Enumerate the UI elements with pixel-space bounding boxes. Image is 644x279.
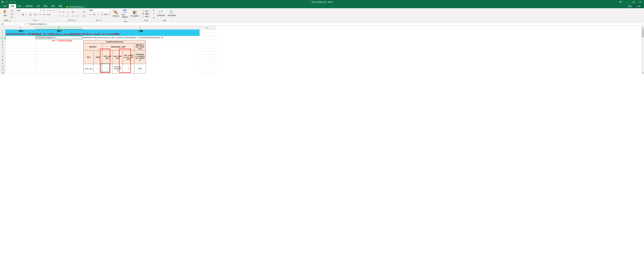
tab-review[interactable]: 审阅 — [49, 4, 57, 8]
orientation-button[interactable]: ab▾ — [71, 10, 74, 14]
cell-D12[interactable] — [198, 63, 216, 66]
paste-button[interactable]: 粘贴 ▼ — [1, 10, 9, 18]
comma-button[interactable]: , — [96, 13, 100, 16]
expand-formula-bar-icon[interactable]: ⌄ — [641, 23, 643, 25]
scroll-thumb[interactable] — [642, 29, 644, 37]
scroll-up-icon[interactable]: ▲ — [642, 26, 644, 28]
scroll-down-icon[interactable]: ▼ — [642, 72, 644, 74]
login-link[interactable]: 登录 — [628, 5, 632, 8]
cell-B10[interactable] — [36, 57, 83, 60]
cell-A8[interactable] — [6, 51, 37, 54]
cell-B14[interactable] — [36, 69, 83, 72]
find-select-button[interactable]: 查找和选择▼ — [167, 10, 176, 18]
row-header-7[interactable]: 7 — [0, 49, 5, 52]
cell-A6[interactable] — [6, 45, 37, 48]
cell-D14[interactable] — [198, 69, 216, 72]
share-button[interactable]: 👤共享 — [633, 5, 642, 8]
fill-button[interactable]: ▾ — [152, 12, 155, 16]
cell-D9[interactable] — [198, 54, 216, 57]
decrease-indent-button[interactable] — [71, 14, 74, 18]
font-name-input[interactable] — [16, 9, 40, 12]
cell-D6[interactable] — [198, 45, 216, 48]
row-header-8[interactable]: 8 — [0, 52, 5, 55]
redo-icon[interactable] — [10, 0, 13, 4]
row-header-10[interactable]: 10 — [0, 58, 5, 62]
maximize-icon[interactable] — [630, 0, 636, 4]
row-header-9[interactable]: 9 — [0, 55, 5, 58]
accounting-format-button[interactable]: $▾ — [89, 13, 92, 16]
cell-A1[interactable]: 描述 — [6, 30, 37, 33]
cell-D11[interactable] — [198, 60, 216, 63]
cell-B9[interactable] — [36, 54, 83, 57]
formula-bar[interactable]: PublisherConfig!AH4_1 ⌄ — [28, 22, 644, 26]
ribbon-display-icon[interactable] — [618, 0, 624, 4]
align-middle-button[interactable] — [62, 10, 66, 14]
row-header-12[interactable]: 12 — [0, 65, 5, 68]
row-header-6[interactable]: 6 — [0, 46, 5, 49]
percent-button[interactable]: % — [93, 13, 96, 16]
cut-button[interactable] — [10, 9, 14, 12]
cell-B8[interactable] — [36, 51, 83, 54]
number-launcher[interactable]: ⬊ — [100, 20, 102, 21]
save-icon[interactable] — [1, 0, 4, 4]
increase-font-button[interactable]: A▴ — [48, 9, 52, 12]
fx-icon[interactable]: fx — [24, 23, 26, 25]
cell-B7[interactable] — [36, 48, 83, 51]
cell-D2[interactable] — [198, 32, 216, 36]
tell-me[interactable]: 💡 告诉我您想要做什么... — [64, 6, 86, 8]
delete-cells-button[interactable]: 删除▾ — [142, 13, 150, 15]
borders-button[interactable]: ▾ — [34, 13, 37, 16]
cell-B5[interactable] — [36, 42, 83, 45]
cell-D5[interactable] — [198, 42, 216, 45]
fill-color-button[interactable]: ▾ — [38, 13, 42, 16]
qat-customize-icon[interactable]: ▾ — [14, 0, 16, 4]
cell-B11[interactable] — [36, 60, 83, 63]
clipboard-launcher[interactable]: ⬊ — [9, 20, 11, 22]
cell-D8[interactable] — [198, 51, 216, 54]
format-cells-button[interactable]: 格式▾ — [142, 16, 150, 18]
align-left-button[interactable] — [58, 14, 62, 18]
cell-B3-selected[interactable]: PublisherConfig!AH4_1 — [36, 36, 82, 39]
name-box[interactable]: B3▼ — [0, 22, 18, 26]
font-launcher[interactable]: ⬊ — [37, 20, 39, 21]
format-as-table-button[interactable]: 套用 表格格式▼ — [121, 9, 129, 20]
cell-D10[interactable] — [198, 57, 216, 60]
row-header-11[interactable]: 11 — [0, 62, 5, 65]
row-header-5[interactable]: 5 — [0, 43, 5, 46]
autosum-button[interactable]: Σ▾ — [152, 9, 155, 12]
row-header-1[interactable]: 1 — [0, 30, 5, 33]
tab-file[interactable]: 文件 — [1, 4, 9, 8]
cell-B6[interactable] — [36, 45, 83, 48]
col-header-B[interactable]: B — [36, 26, 82, 30]
underline-button[interactable]: U▾ — [29, 13, 32, 16]
cell-A3[interactable] — [6, 36, 37, 39]
cell-A10[interactable] — [6, 57, 37, 60]
cell-C3[interactable]: [PublisherConfig_ResourseLimit_Max_sampl… — [82, 36, 200, 39]
cell-A7[interactable] — [6, 48, 37, 51]
decrease-font-button[interactable]: A▾ — [52, 9, 56, 12]
alignment-launcher[interactable]: ⬊ — [75, 20, 77, 21]
col-header-C[interactable]: C — [82, 26, 199, 30]
cell-A5[interactable] — [6, 42, 37, 45]
cell-C1[interactable]: 对象 — [82, 30, 200, 33]
minimize-icon[interactable] — [624, 0, 630, 4]
chevron-down-icon[interactable]: ▾ — [46, 9, 48, 12]
cell-A4[interactable] — [6, 39, 37, 42]
wrap-text-button[interactable] — [82, 10, 86, 14]
increase-indent-button[interactable] — [75, 14, 78, 18]
tab-insert[interactable]: 插入 — [16, 4, 24, 8]
cell-D3[interactable] — [198, 36, 216, 39]
undo-icon[interactable] — [5, 0, 9, 4]
align-right-button[interactable] — [66, 14, 69, 18]
cell-A9[interactable] — [6, 54, 37, 57]
row-header-4[interactable]: 4 — [0, 40, 5, 43]
cell-A11[interactable] — [6, 60, 37, 63]
cell-D4[interactable] — [198, 39, 216, 42]
tab-pagelayout[interactable]: 页面布局 — [24, 4, 34, 8]
cell-A13[interactable] — [6, 66, 37, 69]
tab-formulas[interactable]: 公式 — [34, 4, 42, 8]
clear-button[interactable]: ▾ — [152, 16, 155, 19]
vertical-scrollbar[interactable]: ▲ ▼ — [642, 26, 644, 74]
cell-D7[interactable] — [198, 48, 216, 51]
merge-center-button[interactable]: ▾ — [82, 14, 86, 18]
